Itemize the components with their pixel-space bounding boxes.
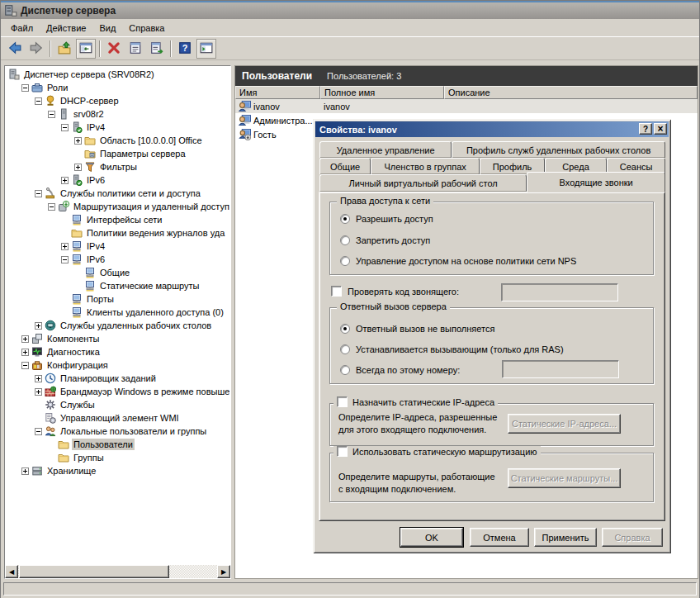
collapse-icon[interactable] [35,190,42,197]
window-titlebar[interactable]: Диспетчер сервера [1,1,699,19]
expand-icon[interactable] [21,349,29,356]
scroll-right-icon[interactable]: ▶ [217,565,230,578]
отмена-button[interactable]: Отмена [470,528,529,547]
menu-файл[interactable]: Файл [4,21,40,36]
tree-item[interactable]: IPv6 [6,253,229,266]
static-routes-button[interactable]: Статические маршруты... [508,468,621,488]
collapse-icon[interactable] [48,203,55,211]
expand-icon[interactable] [35,375,42,382]
tree-item[interactable]: IPv4 [6,121,229,134]
tree-item[interactable]: Компоненты [6,332,229,345]
dialog-tab[interactable]: Личный виртуальный рабочий стол [319,174,527,192]
help-icon[interactable] [639,123,652,135]
tree-item[interactable]: Планировщик заданий [6,372,229,385]
dialog-tab[interactable]: Общие [319,158,371,174]
verify-caller-id-checkbox[interactable] [331,286,342,297]
tree-item[interactable]: Статические маршруты [6,279,229,292]
collapse-icon[interactable] [21,362,29,369]
справка-button[interactable]: Справка [602,528,663,547]
static-ip-addresses-button[interactable]: Статические IP-адреса... [508,414,621,434]
delete-button[interactable] [104,39,124,59]
up-one-level-button[interactable] [54,39,74,59]
tree-item[interactable]: Роли [6,81,229,94]
collapse-icon[interactable] [61,124,69,131]
show-hide-action-pane-button[interactable] [196,39,216,59]
scroll-left-icon[interactable]: ◀ [5,565,18,578]
server-ok-icon [71,121,83,133]
table-row[interactable]: ivanovivanov [235,99,698,113]
tree-item[interactable]: DHCP-сервер [6,94,229,107]
tree-item[interactable]: Пользователи [6,438,229,451]
dialog-tab[interactable]: Входящие звонки [527,172,665,192]
column-header[interactable]: Описание [444,86,698,99]
close-icon[interactable] [654,123,667,135]
column-header[interactable]: Полное имя [320,86,444,99]
tree-item-label: Общие [98,267,131,278]
expand-icon[interactable] [61,177,69,184]
tree-item[interactable]: srv08r2 [6,107,229,121]
применить-button[interactable]: Применить [534,528,597,547]
collapse-icon[interactable] [48,111,55,118]
tree-item[interactable]: Конфигурация [6,358,229,372]
tree-item[interactable]: Параметры сервера [6,147,229,160]
tree-item[interactable]: Политики ведения журналов уда [6,226,229,240]
collapse-icon[interactable] [35,428,42,435]
tree-item[interactable]: Интерфейсы сети [6,213,229,226]
ok-button[interactable]: OK [400,528,463,547]
dialog-tab[interactable]: Удаленное управление [319,141,452,158]
dialog-tab[interactable]: Членство в группах [371,158,480,174]
callback-radio[interactable] [340,365,350,375]
tree-item[interactable]: Маршрутизация и удаленный доступ [6,200,229,213]
caller-id-input[interactable] [501,283,618,301]
back-button[interactable] [5,39,25,59]
tree-item[interactable]: Хранилище [6,464,229,477]
expand-icon[interactable] [35,388,42,396]
callback-radio[interactable] [340,324,350,334]
tree-item[interactable]: Фильтры [6,160,229,173]
network-access-radio[interactable] [340,214,350,224]
expand-icon[interactable] [21,335,29,343]
expand-icon[interactable] [21,467,29,475]
static-routes-checkbox[interactable] [337,446,348,457]
show-hide-console-tree-button[interactable] [76,39,96,59]
expand-icon[interactable] [74,164,82,171]
tree-item[interactable]: Локальные пользователи и группы [6,425,229,438]
tree-item[interactable]: Общие [6,266,229,279]
expand-icon[interactable] [61,243,69,250]
collapse-icon[interactable] [35,97,42,105]
tree-item[interactable]: Управляющий элемент WMI [6,411,229,425]
tree-item[interactable]: Порты [6,292,229,306]
dialog-tab[interactable]: Профиль служб удаленных рабочих столов [452,141,665,158]
export-list-button[interactable] [147,39,167,59]
scrollbar-thumb[interactable] [19,565,169,578]
collapse-icon[interactable] [21,84,29,92]
menu-справка[interactable]: Справка [122,21,171,36]
menu-вид[interactable]: Вид [92,21,122,36]
collapse-icon[interactable] [61,256,69,263]
static-ip-checkbox[interactable] [337,396,348,407]
menu-действие[interactable]: Действие [40,21,92,36]
tree-item[interactable]: Службы политики сети и доступа [6,187,229,200]
network-access-radio[interactable] [340,256,350,266]
tree-item[interactable]: Группы [6,451,229,464]
tree-item[interactable]: Область [10.0.0.0] Office [6,134,229,147]
tree-item[interactable]: IPv6 [6,173,229,187]
callback-radio[interactable] [340,344,350,354]
expand-icon[interactable] [74,137,82,145]
callback-number-input[interactable] [502,360,619,378]
tree-item[interactable]: Службы [6,398,229,411]
network-access-radio[interactable] [340,235,350,245]
tree-horizontal-scrollbar[interactable]: ◀ ▶ [5,565,230,578]
expand-icon[interactable] [35,322,42,330]
tree-item[interactable]: IPv4 [6,240,229,253]
properties-button[interactable] [125,39,145,59]
dialog-titlebar[interactable]: Свойства: ivanov [315,121,669,137]
column-header[interactable]: Имя [235,86,320,99]
tree-item[interactable]: Брандмауэр Windows в режиме повышенн [6,385,229,398]
tree-item[interactable]: Диагностика [6,345,229,358]
forward-button[interactable] [26,39,46,59]
tree-item[interactable]: Диспетчер сервера (SRV08R2) [6,68,229,81]
tree-item[interactable]: Клиенты удаленного доступа (0) [6,306,229,319]
tree-item[interactable]: Службы удаленных рабочих столов [6,319,229,332]
help-button[interactable]: ? [175,39,195,59]
